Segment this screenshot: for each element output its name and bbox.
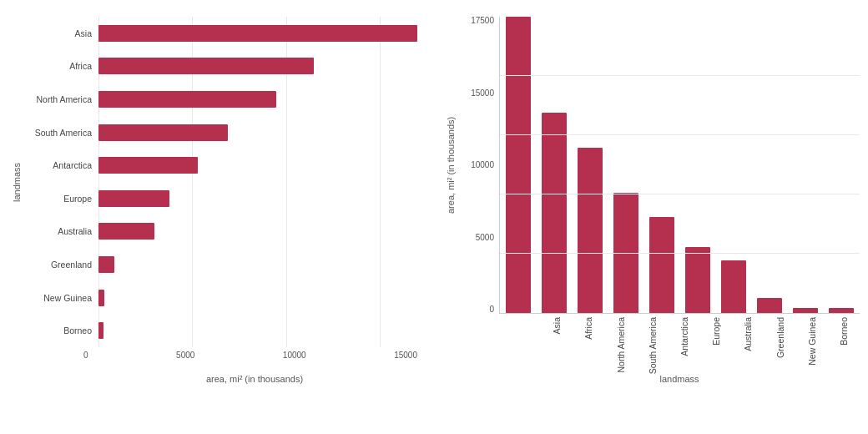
- horiz-bar-container: [98, 256, 417, 273]
- vert-x-label-text: Greenland: [775, 317, 785, 358]
- horiz-bar-row: North America: [23, 88, 417, 111]
- horiz-bar-container: [98, 58, 417, 74]
- horiz-bar: [98, 124, 228, 141]
- horiz-bar-row: New Guinea: [23, 286, 417, 310]
- vert-x-label-text: North America: [616, 317, 626, 373]
- vert-x-label: North America: [604, 314, 636, 372]
- vert-x-label: Australia: [732, 314, 764, 372]
- horiz-bar-container: [98, 290, 417, 306]
- vert-bar: [649, 217, 674, 313]
- vert-x-label-text: Borneo: [839, 317, 849, 346]
- vert-y-tick-label: 5000: [476, 234, 494, 242]
- vert-y-tick-label: 15000: [471, 89, 494, 98]
- horiz-bar: [98, 58, 314, 74]
- horiz-bar: [98, 256, 114, 273]
- horiz-category-label: New Guinea: [23, 293, 98, 303]
- vert-bars-row: [499, 17, 860, 314]
- horiz-x-tick-label: 10000: [283, 351, 306, 360]
- horiz-category-label: Europe: [23, 194, 98, 204]
- vert-bar-group: [679, 17, 715, 313]
- horiz-x-ticks: 050001000015000: [83, 347, 417, 360]
- vert-bar: [685, 247, 710, 313]
- horiz-bar: [98, 190, 169, 207]
- vert-x-axis: AsiaAfricaNorth AmericaSouth AmericaAnta…: [442, 314, 860, 372]
- vert-x-label-text: Antarctica: [679, 317, 689, 356]
- horiz-bar-row: Antarctica: [23, 154, 417, 177]
- horiz-category-rows: AsiaAfricaNorth AmericaSouth AmericaAnta…: [23, 17, 426, 347]
- horiz-bar: [98, 223, 154, 240]
- horiz-category-label: Australia: [23, 226, 98, 236]
- vert-x-label: Antarctica: [669, 314, 700, 372]
- vert-bar: [721, 260, 746, 313]
- horiz-x-tick-label: 15000: [394, 351, 417, 360]
- vert-x-label-text: South America: [648, 317, 658, 374]
- horiz-bar: [98, 322, 103, 339]
- charts-container: landmass AsiaAfricaNorth AmericaSouth Am…: [0, 0, 868, 434]
- horiz-category-label: South America: [23, 128, 98, 138]
- horiz-y-axis-label: landmass: [8, 17, 23, 347]
- horiz-x-axis: 050001000015000: [8, 347, 426, 372]
- vert-bar-group: [788, 17, 824, 313]
- vert-x-label: Asia: [541, 314, 573, 372]
- horiz-bar-container: [98, 157, 417, 174]
- vert-x-label: New Guinea: [796, 314, 828, 372]
- vert-bar: [613, 193, 638, 313]
- horiz-category-label: Antarctica: [23, 160, 98, 170]
- horiz-bar-row: Asia: [23, 22, 417, 45]
- horiz-category-label: Asia: [23, 28, 98, 38]
- horiz-bar-container: [98, 322, 417, 339]
- horiz-bar-container: [98, 223, 417, 240]
- horiz-bar: [98, 91, 276, 108]
- horiz-x-tick-label: 0: [83, 351, 88, 360]
- vert-bar-group: [824, 17, 860, 313]
- vert-y-axis: 17500150001000050000: [457, 17, 499, 314]
- vert-bar-group: [752, 17, 788, 313]
- horiz-bar-container: [98, 25, 417, 42]
- horiz-bar-row: Borneo: [23, 319, 417, 342]
- horizontal-chart-wrapper: landmass AsiaAfricaNorth AmericaSouth Am…: [8, 17, 426, 384]
- vert-x-label-text: Australia: [743, 317, 753, 351]
- vert-x-label: Greenland: [764, 314, 795, 372]
- vert-plot-area: area, mi² (in thousands) 175001500010000…: [442, 17, 860, 314]
- vert-y-tick-label: 10000: [471, 161, 494, 169]
- vert-bar-group: [608, 17, 643, 313]
- horiz-bar-row: South America: [23, 121, 417, 144]
- vert-x-label-text: Africa: [583, 317, 593, 340]
- horiz-x-tick-label: 5000: [176, 351, 194, 360]
- vert-bar: [578, 148, 603, 313]
- horiz-bar-row: Africa: [23, 54, 417, 78]
- vert-bar-group: [536, 17, 572, 313]
- vert-bar: [542, 113, 567, 313]
- horiz-x-axis-label: area, mi² (in thousands): [8, 372, 426, 384]
- horiz-bar-container: [98, 91, 417, 108]
- vert-bar-group: [716, 17, 752, 313]
- horiz-category-label: Greenland: [23, 260, 98, 270]
- vert-bar-group: [643, 17, 679, 313]
- horiz-category-label: Borneo: [23, 326, 98, 336]
- vert-y-axis-label: area, mi² (in thousands): [442, 17, 457, 314]
- vert-bars-section: [499, 17, 860, 314]
- vert-x-label: Africa: [573, 314, 604, 372]
- horiz-bars-section: AsiaAfricaNorth AmericaSouth AmericaAnta…: [23, 17, 426, 347]
- horiz-y-label-text: landmass: [12, 162, 22, 201]
- vert-bar: [506, 17, 531, 313]
- horiz-bar: [98, 157, 198, 174]
- horiz-bar-row: Greenland: [23, 253, 417, 276]
- vert-bar: [757, 298, 782, 313]
- vertical-bar-chart: area, mi² (in thousands) 175001500010000…: [442, 17, 860, 384]
- horiz-plot-area: landmass AsiaAfricaNorth AmericaSouth Am…: [8, 17, 426, 347]
- horiz-bar-container: [98, 190, 417, 207]
- vert-y-label-text: area, mi² (in thousands): [446, 117, 456, 214]
- horizontal-bar-chart: landmass AsiaAfricaNorth AmericaSouth Am…: [8, 17, 426, 384]
- vertical-chart-wrapper: area, mi² (in thousands) 175001500010000…: [442, 17, 860, 384]
- horiz-bar-container: [98, 124, 417, 141]
- horiz-category-label: North America: [23, 94, 98, 104]
- vert-bar: [793, 308, 818, 313]
- vert-y-tick-label: 0: [489, 305, 494, 314]
- vert-x-label-text: Asia: [552, 317, 562, 334]
- vert-x-label-text: New Guinea: [807, 317, 817, 366]
- vert-bar: [829, 308, 854, 313]
- horiz-category-label: Africa: [23, 61, 98, 71]
- vert-x-labels: AsiaAfricaNorth AmericaSouth AmericaAnta…: [541, 314, 860, 372]
- vert-bar-group: [500, 17, 536, 313]
